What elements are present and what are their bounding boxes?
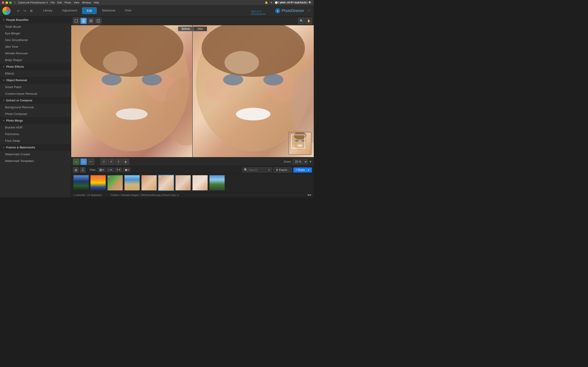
apple-menu[interactable]:  xyxy=(15,1,15,4)
share-button[interactable]: f Share... ▾ xyxy=(293,167,312,173)
nav-tabs: Library Adjustment Edit Slideshow Print xyxy=(39,7,136,14)
settings-button[interactable]: ⚙ xyxy=(28,8,34,14)
sidebar-item-skin-tone[interactable]: Skin Tone › xyxy=(0,43,71,50)
canvas-tone-button[interactable]: ◐ xyxy=(123,158,129,165)
filter-label: Filter: xyxy=(90,168,96,172)
file-menu[interactable]: File xyxy=(51,1,55,4)
sidebar-item-panorama[interactable]: Panorama › xyxy=(0,131,71,137)
after-tab[interactable]: After xyxy=(194,27,207,31)
sidebar-item-body-shaper[interactable]: Body Shaper › xyxy=(0,57,71,63)
zoom-select[interactable]: 25 % 50 % 75 % 100 % Fit xyxy=(293,159,308,164)
section-people-beautifier[interactable]: ▼ People Beautifier xyxy=(0,17,71,23)
undo-button[interactable]: ↩ xyxy=(16,8,21,14)
section-frames-watermarks[interactable]: ▼ Frames & Watermarks xyxy=(0,144,71,151)
thumb-1[interactable] xyxy=(73,175,89,191)
section-photo-effects[interactable]: ▼ Photo Effects xyxy=(0,63,71,70)
sidebar-item-background-removal[interactable]: Background Removal › xyxy=(0,104,71,110)
section-photo-merge[interactable]: ▼ Photo Merge xyxy=(0,117,71,124)
tab-print[interactable]: Print xyxy=(120,7,136,14)
section-object-removal[interactable]: ▼ Object Removal xyxy=(0,77,71,84)
selection-count: 1 selected - 14 displayed xyxy=(73,194,102,196)
filter-photos-btn[interactable]: 🖼 ▾ xyxy=(98,168,105,172)
search-input[interactable] xyxy=(249,168,267,172)
sidebar-item-content-aware[interactable]: Content Aware Removal › xyxy=(0,90,71,97)
filmstrip-list-btn[interactable]: ☰ xyxy=(80,167,86,173)
section-label: Object Removal xyxy=(6,79,27,82)
edit-menu[interactable]: Edit xyxy=(57,1,62,4)
sidebar-item-photo-composer[interactable]: Photo Composer › xyxy=(0,110,71,117)
section-extract-compose[interactable]: ▼ Extract or Compose xyxy=(0,97,71,104)
thumb-4[interactable] xyxy=(124,175,140,191)
canvas-adjust-button[interactable]: ⇕ xyxy=(115,158,122,165)
section-arrow: ▼ xyxy=(3,66,5,68)
expand-button[interactable]: ⤢ xyxy=(306,8,311,14)
view-menu[interactable]: View xyxy=(74,1,79,4)
thumb-3-image: ✎ xyxy=(107,175,123,190)
thumb-6-image: ✎ ★ xyxy=(158,175,174,190)
maximize-button[interactable] xyxy=(9,1,12,4)
canvas-rotate-button[interactable]: ↩ xyxy=(88,158,94,165)
thumb-5[interactable] xyxy=(141,175,157,191)
chevron-right-icon: › xyxy=(67,140,68,142)
help-menu[interactable]: Help xyxy=(94,1,99,4)
thumb-8[interactable] xyxy=(192,175,208,191)
filter-star-btn[interactable]: ✎ ▾ xyxy=(115,168,122,172)
full-view-button[interactable] xyxy=(95,18,102,24)
sidebar-item-effects[interactable]: Effects › xyxy=(0,70,71,77)
chevron-right-icon: › xyxy=(67,86,68,89)
svg-rect-5 xyxy=(90,21,91,22)
window-controls[interactable] xyxy=(2,1,12,4)
svg-rect-6 xyxy=(91,21,92,22)
search-view-button[interactable]: 🔍 xyxy=(298,18,304,24)
sidebar-item-tooth-brush[interactable]: Tooth Brush › xyxy=(0,23,71,30)
window-menu[interactable]: Window xyxy=(82,1,91,4)
sidebar-item-eye-blinger[interactable]: Eye Blinger › xyxy=(0,30,71,37)
chevron-right-icon: › xyxy=(67,106,68,109)
thumb-2[interactable] xyxy=(90,175,106,191)
hand-tool-button[interactable]: ✋ xyxy=(305,18,312,24)
grid-view-button[interactable] xyxy=(88,18,94,24)
clear-search-icon[interactable]: ✕ xyxy=(268,168,270,172)
filter-square-btn[interactable]: □ ▾ xyxy=(107,168,113,172)
tab-adjustment[interactable]: Adjustment xyxy=(57,7,82,14)
nav-arrows[interactable]: ◀ ▶ xyxy=(307,193,311,196)
photo-menu[interactable]: Photo xyxy=(65,1,71,4)
before-after-tabs: Before After xyxy=(178,27,207,31)
filmstrip-grid-btn[interactable]: ▦ xyxy=(73,167,78,173)
item-label: Watermark Creator xyxy=(5,152,30,156)
minimize-button[interactable] xyxy=(6,1,8,4)
canvas-rect-button[interactable]: ▭ xyxy=(73,158,79,165)
before-tab[interactable]: Before xyxy=(178,27,194,31)
item-label: Photo Composer xyxy=(5,112,27,116)
filter-color-btn[interactable]: ◼ ▾ xyxy=(123,168,130,172)
tab-slideshow[interactable]: Slideshow xyxy=(97,7,120,14)
sidebar-item-skin-smoothener[interactable]: Skin Smoothener › xyxy=(0,37,71,43)
sidebar-item-watermark-creator[interactable]: Watermark Creator › xyxy=(0,151,71,158)
thumb-3[interactable]: ✎ xyxy=(107,175,123,191)
main-layout: ▼ People Beautifier Tooth Brush › Eye Bl… xyxy=(0,17,314,197)
tab-library[interactable]: Library xyxy=(39,7,57,14)
canvas-split-button[interactable]: ⊟ xyxy=(80,158,87,165)
sidebar-item-face-swap[interactable]: Face Swap › xyxy=(0,137,71,144)
single-view-button[interactable] xyxy=(73,18,79,24)
compare-view-button[interactable] xyxy=(80,18,87,24)
redo-button[interactable]: ↪ xyxy=(22,8,27,14)
thumb-6-selected[interactable]: ✎ ★ xyxy=(158,175,174,191)
sign-in-link[interactable]: Sign in to DirectorZone xyxy=(251,10,266,15)
canvas-exposure-button[interactable]: ☀ xyxy=(108,158,114,165)
star-icon: ★ xyxy=(171,187,173,190)
thumb-9[interactable] xyxy=(209,175,225,191)
canvas-circle-button[interactable]: ⊙ xyxy=(101,158,107,165)
thumb-7[interactable] xyxy=(175,175,191,191)
tab-edit[interactable]: Edit xyxy=(82,7,97,14)
close-button[interactable] xyxy=(2,1,4,4)
app-menu-item[interactable]: CyberLink PhotoDirector 6 xyxy=(18,1,48,4)
sidebar-item-wrinkle-remover[interactable]: Wrinkle Remover › xyxy=(0,50,71,57)
item-label: Face Swap xyxy=(5,139,20,142)
sidebar-item-bracket-hdr[interactable]: Bracket HDR › xyxy=(0,124,71,131)
sidebar-item-smart-patch[interactable]: Smart Patch › xyxy=(0,84,71,90)
item-label: Wrinkle Remover xyxy=(5,52,28,55)
sidebar-item-watermark-templates[interactable]: Watermark Templates › xyxy=(0,158,71,164)
export-button[interactable]: ⬆ Export... xyxy=(273,167,292,173)
minimap-close-button[interactable]: ✕ xyxy=(308,133,310,136)
